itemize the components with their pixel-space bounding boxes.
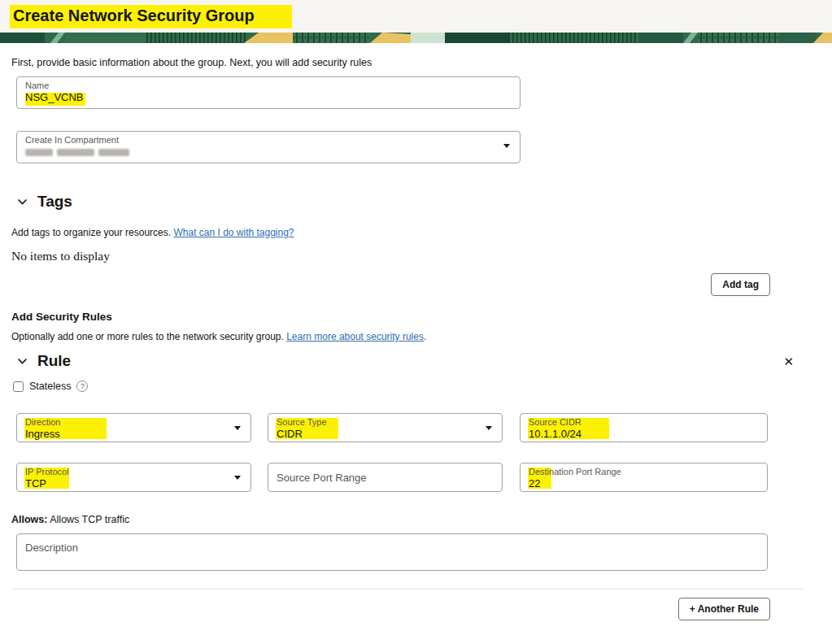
- close-icon[interactable]: ✕: [783, 355, 794, 368]
- compartment-select[interactable]: Create In Compartment: [16, 131, 521, 163]
- allows-label: Allows:: [11, 514, 47, 525]
- direction-label: Direction: [25, 417, 242, 428]
- collapse-chevron-icon[interactable]: [11, 198, 33, 206]
- destination-port-range-field[interactable]: Destination Port Range 22: [520, 463, 768, 492]
- dialog-header: Create Network Security Group: [0, 0, 832, 33]
- another-rule-row: + Another Rule: [11, 598, 770, 620]
- ip-protocol-label: IP Protocol: [25, 467, 242, 477]
- source-port-range-wrap: [268, 463, 503, 492]
- stateless-option: Stateless ?: [13, 381, 821, 392]
- source-cidr-value: 10.1.1.0/24: [529, 428, 759, 441]
- ip-protocol-value: TCP: [25, 477, 242, 490]
- destination-port-range-label: Destination Port Range: [529, 467, 759, 477]
- source-cidr-label: Source CIDR: [529, 417, 759, 428]
- create-nsg-dialog: Create Network Security Group: [0, 0, 832, 644]
- add-tag-button[interactable]: Add tag: [711, 273, 770, 296]
- source-port-range-input[interactable]: [268, 463, 503, 492]
- page-title: Create Network Security Group: [10, 5, 292, 28]
- tagging-help-link[interactable]: What can I do with tagging?: [173, 227, 294, 238]
- source-cidr-field[interactable]: Source CIDR 10.1.1.0/24: [520, 413, 768, 442]
- rule-row-1: Direction Ingress Source Type CIDR Sourc…: [16, 413, 821, 442]
- another-rule-button[interactable]: + Another Rule: [678, 598, 770, 620]
- chevron-down-icon: [486, 426, 492, 430]
- tags-heading: Tags: [37, 193, 72, 211]
- security-rules-description: Optionally add one or more rules to the …: [11, 331, 821, 342]
- redaction-blob: [57, 149, 94, 156]
- security-rules-help-link[interactable]: Learn more about security rules: [286, 331, 424, 342]
- tags-section-header: Tags: [11, 193, 821, 211]
- rule-section-header: Rule ✕: [11, 352, 821, 370]
- help-icon[interactable]: ?: [76, 381, 88, 392]
- direction-select[interactable]: Direction Ingress: [16, 413, 251, 442]
- rule-row-2: IP Protocol TCP Destination Port Range 2…: [16, 463, 821, 492]
- redaction-blob: [98, 149, 129, 156]
- compartment-value-redacted: [25, 146, 512, 159]
- name-label: Name: [25, 80, 512, 91]
- name-value: NSG_VCNB: [25, 91, 512, 104]
- security-rules-description-suffix: .: [424, 331, 426, 342]
- allows-summary: Allows: Allows TCP traffic: [11, 514, 821, 525]
- collapse-chevron-icon[interactable]: [11, 358, 33, 365]
- tags-description-text: Add tags to organize your resources.: [11, 227, 173, 238]
- chevron-down-icon: [503, 144, 510, 148]
- security-rules-description-text: Optionally add one or more rules to the …: [11, 331, 286, 342]
- compartment-label: Create In Compartment: [25, 135, 512, 146]
- tags-description: Add tags to organize your resources. Wha…: [11, 227, 821, 238]
- allows-text: Allows TCP traffic: [47, 514, 129, 525]
- decorative-banner: [0, 33, 832, 43]
- source-type-value: CIDR: [277, 428, 494, 441]
- add-tag-row: Add tag: [11, 273, 770, 296]
- destination-port-range-value: 22: [529, 477, 759, 490]
- tags-empty-state: No items to display: [11, 249, 821, 263]
- redaction-blob: [25, 149, 53, 156]
- stateless-label: Stateless: [29, 381, 71, 392]
- form-body: First, provide basic information about t…: [0, 57, 832, 620]
- stateless-checkbox[interactable]: [13, 381, 24, 392]
- chevron-down-icon: [234, 426, 241, 430]
- intro-text: First, provide basic information about t…: [11, 57, 821, 68]
- chevron-down-icon: [234, 476, 241, 480]
- source-type-select[interactable]: Source Type CIDR: [268, 413, 503, 442]
- rule-heading: Rule: [37, 352, 71, 370]
- direction-value: Ingress: [25, 428, 242, 441]
- add-security-rules-heading: Add Security Rules: [11, 311, 821, 323]
- section-divider: [11, 589, 804, 590]
- source-type-label: Source Type: [277, 417, 494, 428]
- name-field[interactable]: Name NSG_VCNB: [16, 76, 521, 109]
- rule-description-textarea[interactable]: [16, 533, 768, 571]
- ip-protocol-select[interactable]: IP Protocol TCP: [16, 463, 251, 492]
